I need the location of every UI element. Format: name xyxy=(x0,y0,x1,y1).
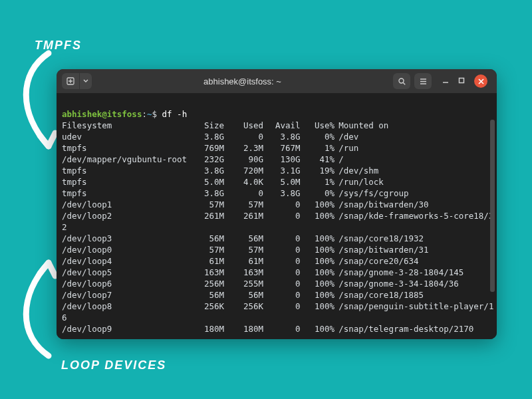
annotation-loop-devices: LOOP DEVICES xyxy=(61,358,166,372)
table-row: /dev/loop8256K 256K 0 100%/snap/penguin-… xyxy=(62,301,491,312)
terminal-body[interactable]: abhishek@itsfoss:~$ df -h FilesystemSize… xyxy=(57,93,497,339)
table-row: udev3.8G 0 3.8G 0%/dev xyxy=(62,131,491,142)
search-button[interactable] xyxy=(393,73,410,89)
prompt-user: abhishek@itsfoss xyxy=(62,109,142,119)
table-row: tmpfs5.0M 4.0K 5.0M 1%/run/lock xyxy=(62,176,491,188)
table-row: tmpfs3.8G 0 3.8G 0%/sys/fs/cgroup xyxy=(62,188,491,199)
table-rows: udev3.8G 0 3.8G 0%/devtmpfs769M 2.3M 767… xyxy=(62,131,491,334)
table-header: FilesystemSize Used Avail Use%Mounted on xyxy=(62,120,388,130)
close-icon xyxy=(478,78,484,84)
table-row: /dev/loop5163M 163M 0 100%/snap/gnome-3-… xyxy=(62,267,491,278)
svg-point-1 xyxy=(399,78,404,83)
menu-button[interactable] xyxy=(414,73,432,89)
chevron-down-icon xyxy=(83,78,88,84)
tab-dropdown-button[interactable] xyxy=(80,73,92,89)
table-row-wrap: 6 xyxy=(62,312,491,323)
table-row: /dev/loop9180M 180M 0 100%/snap/telegram… xyxy=(62,323,491,334)
prompt-sep: : xyxy=(142,109,147,119)
svg-rect-2 xyxy=(460,78,464,83)
table-row: /dev/loop157M 57M 0 100%/snap/bitwarden/… xyxy=(62,199,491,210)
terminal-window: abhishek@itsfoss: ~ abhishek@itsfoss xyxy=(57,69,497,339)
prompt-command: df -h xyxy=(162,109,188,119)
minimize-button[interactable] xyxy=(442,76,449,86)
table-row: /dev/loop057M 57M 0 100%/snap/bitwarden/… xyxy=(62,244,491,255)
window-title: abhishek@itsfoss: ~ xyxy=(96,76,389,86)
tab-plus-icon xyxy=(66,77,74,85)
table-row: /dev/loop461M 61M 0 100%/snap/core20/634 xyxy=(62,255,491,267)
minimize-icon xyxy=(442,77,449,84)
table-row: /dev/loop356M 56M 0 100%/snap/core18/193… xyxy=(62,233,491,244)
search-icon xyxy=(398,77,406,86)
maximize-button[interactable] xyxy=(458,76,465,86)
annotation-tmpfs: TMPFS xyxy=(35,39,82,53)
table-row: /dev/loop2261M 261M 0 100%/snap/kde-fram… xyxy=(62,210,491,221)
table-row-wrap: 2 xyxy=(62,221,491,233)
table-row: /dev/mapper/vgubuntu-root232G 90G 130G 4… xyxy=(62,154,491,165)
titlebar: abhishek@itsfoss: ~ xyxy=(57,69,497,93)
table-row: /dev/loop756M 56M 0 100%/snap/core18/188… xyxy=(62,289,491,301)
table-row: tmpfs3.8G 720M 3.1G 19%/dev/shm xyxy=(62,165,491,176)
table-row: tmpfs769M 2.3M 767M 1%/run xyxy=(62,142,491,154)
hamburger-icon xyxy=(419,77,428,86)
close-button[interactable] xyxy=(474,74,487,88)
table-row: /dev/loop6256M 255M 0 100%/snap/gnome-3-… xyxy=(62,278,491,289)
maximize-icon xyxy=(458,77,465,84)
scrollbar[interactable] xyxy=(490,120,495,292)
new-tab-button[interactable] xyxy=(62,73,79,89)
